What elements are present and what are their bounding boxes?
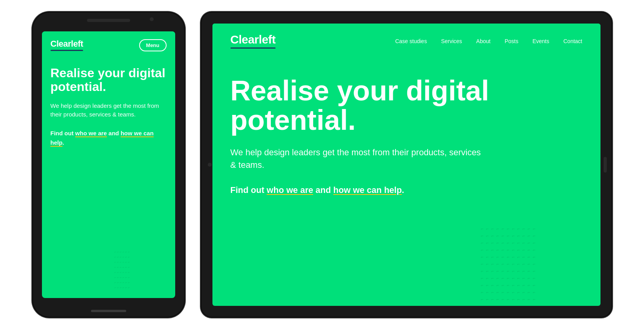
tablet-pattern-overlay: ⌐ ⌐ ⌐ ⌐ ⌐ ⌐ ⌐ ⌐ ⌐ ⌐ ⌐ ⌐ ⌐ ⌐ ⌐ ⌐ ⌐ ⌐ ⌐ ⌐ … — [479, 224, 597, 302]
svg-text:⌐ ⌐ ⌐ ⌐ ⌐ ⌐: ⌐ ⌐ ⌐ ⌐ ⌐ ⌐ — [114, 260, 130, 264]
tablet-screen: Clearleft Case studies Services About Po… — [212, 24, 600, 306]
phone-dot-pattern: // rendered inline below — [112, 110, 175, 157]
svg-text:⌐ ⌐ ⌐ ⌐ ⌐ ⌐: ⌐ ⌐ ⌐ ⌐ ⌐ ⌐ — [114, 250, 130, 254]
phone-cta-suffix: . — [62, 139, 64, 146]
svg-text:⌐ ⌐ ⌐ ⌐ ⌐ ⌐: ⌐ ⌐ ⌐ ⌐ ⌐ ⌐ — [114, 265, 130, 269]
tablet-cta: Find out who we are and how we can help. — [230, 184, 582, 196]
phone-device: Clearleft Menu Realise your digital pote… — [32, 12, 185, 318]
phone-logo-underline — [51, 50, 83, 51]
tablet-who-we-are-link[interactable]: who we are — [267, 185, 313, 195]
nav-services[interactable]: Services — [441, 38, 462, 44]
nav-about[interactable]: About — [476, 38, 491, 44]
phone-heading: Realise your digital potential. — [51, 66, 167, 94]
svg-text:⌐ ⌐ ⌐ ⌐ ⌐ ⌐ ⌐ ⌐ ⌐ ⌐ ⌐: ⌐ ⌐ ⌐ ⌐ ⌐ ⌐ ⌐ ⌐ ⌐ ⌐ ⌐ — [481, 234, 535, 239]
svg-text:⌐ ⌐ ⌐ ⌐ ⌐ ⌐ ⌐ ⌐ ⌐ ⌐ ⌐: ⌐ ⌐ ⌐ ⌐ ⌐ ⌐ ⌐ ⌐ ⌐ ⌐ ⌐ — [481, 269, 535, 274]
svg-text:⌐ ⌐ ⌐ ⌐ ⌐ ⌐ ⌐ ⌐ ⌐ ⌐ ⌐: ⌐ ⌐ ⌐ ⌐ ⌐ ⌐ ⌐ ⌐ ⌐ ⌐ ⌐ — [481, 297, 535, 302]
tablet-logo-underline — [230, 47, 276, 49]
nav-posts[interactable]: Posts — [504, 38, 518, 44]
tablet-camera — [208, 163, 212, 167]
svg-text:⌐ ⌐ ⌐ ⌐ ⌐ ⌐ ⌐ ⌐ ⌐ ⌐ ⌐: ⌐ ⌐ ⌐ ⌐ ⌐ ⌐ ⌐ ⌐ ⌐ ⌐ ⌐ — [481, 248, 535, 253]
tablet-subtext: We help design leaders get the most from… — [230, 146, 481, 171]
phone-screen: Clearleft Menu Realise your digital pote… — [42, 31, 175, 298]
svg-text:⌐ ⌐ ⌐ ⌐ ⌐ ⌐: ⌐ ⌐ ⌐ ⌐ ⌐ ⌐ — [114, 255, 130, 259]
svg-text:⌐ ⌐ ⌐ ⌐ ⌐ ⌐: ⌐ ⌐ ⌐ ⌐ ⌐ ⌐ — [114, 286, 130, 289]
phone-logo: Clearleft — [51, 40, 83, 51]
svg-text:⌐ ⌐ ⌐ ⌐ ⌐ ⌐: ⌐ ⌐ ⌐ ⌐ ⌐ ⌐ — [114, 281, 130, 284]
tablet-home-button — [604, 157, 607, 173]
nav-events[interactable]: Events — [532, 38, 549, 44]
tablet-nav-links: Case studies Services About Posts Events… — [395, 38, 582, 44]
tablet-logo: Clearleft — [230, 34, 276, 49]
phone-menu-button[interactable]: Menu — [139, 39, 167, 51]
tablet-nav: Clearleft Case studies Services About Po… — [212, 24, 600, 56]
tablet-how-we-can-help-link[interactable]: how we can help — [333, 185, 402, 195]
svg-text:⌐ ⌐ ⌐ ⌐ ⌐ ⌐: ⌐ ⌐ ⌐ ⌐ ⌐ ⌐ — [114, 271, 130, 274]
phone-nav: Clearleft Menu — [42, 31, 175, 57]
tablet-cta-prefix: Find out — [230, 185, 267, 195]
tablet-hero: Realise your digital potential. We help … — [212, 56, 600, 216]
nav-case-studies[interactable]: Case studies — [395, 38, 427, 44]
tablet-logo-text: Clearleft — [230, 34, 276, 45]
phone-home-button — [91, 310, 126, 312]
phone-logo-text: Clearleft — [51, 40, 83, 48]
svg-text:⌐ ⌐ ⌐ ⌐ ⌐ ⌐ ⌐ ⌐ ⌐ ⌐ ⌐: ⌐ ⌐ ⌐ ⌐ ⌐ ⌐ ⌐ ⌐ ⌐ ⌐ ⌐ — [481, 283, 535, 288]
tablet-heading: Realise your digital potential. — [230, 76, 505, 135]
phone-cta-prefix: Find out — [51, 130, 75, 136]
svg-text:⌐ ⌐ ⌐ ⌐ ⌐ ⌐: ⌐ ⌐ ⌐ ⌐ ⌐ ⌐ — [114, 276, 130, 279]
svg-text:⌐ ⌐ ⌐ ⌐ ⌐ ⌐ ⌐ ⌐ ⌐ ⌐ ⌐: ⌐ ⌐ ⌐ ⌐ ⌐ ⌐ ⌐ ⌐ ⌐ ⌐ ⌐ — [481, 262, 535, 267]
svg-text:⌐ ⌐ ⌐ ⌐ ⌐ ⌐ ⌐ ⌐ ⌐ ⌐ ⌐: ⌐ ⌐ ⌐ ⌐ ⌐ ⌐ ⌐ ⌐ ⌐ ⌐ ⌐ — [481, 255, 535, 260]
tablet-cta-suffix: . — [402, 185, 404, 195]
svg-text:⌐ ⌐ ⌐ ⌐ ⌐ ⌐ ⌐ ⌐ ⌐ ⌐ ⌐: ⌐ ⌐ ⌐ ⌐ ⌐ ⌐ ⌐ ⌐ ⌐ ⌐ ⌐ — [481, 227, 535, 232]
svg-text:⌐ ⌐ ⌐ ⌐ ⌐ ⌐ ⌐ ⌐ ⌐ ⌐ ⌐: ⌐ ⌐ ⌐ ⌐ ⌐ ⌐ ⌐ ⌐ ⌐ ⌐ ⌐ — [481, 276, 535, 281]
svg-text:⌐ ⌐ ⌐ ⌐ ⌐ ⌐ ⌐ ⌐ ⌐ ⌐ ⌐: ⌐ ⌐ ⌐ ⌐ ⌐ ⌐ ⌐ ⌐ ⌐ ⌐ ⌐ — [481, 241, 535, 246]
tablet-device: Clearleft Case studies Services About Po… — [201, 12, 612, 318]
svg-text:⌐ ⌐ ⌐ ⌐ ⌐ ⌐ ⌐ ⌐ ⌐ ⌐ ⌐: ⌐ ⌐ ⌐ ⌐ ⌐ ⌐ ⌐ ⌐ ⌐ ⌐ ⌐ — [481, 290, 535, 295]
phone-hero: Realise your digital potential. We help … — [42, 57, 175, 157]
tablet-cta-middle: and — [313, 185, 333, 195]
phone-pattern-overlay: ⌐ ⌐ ⌐ ⌐ ⌐ ⌐ ⌐ ⌐ ⌐ ⌐ ⌐ ⌐ ⌐ ⌐ ⌐ ⌐ ⌐ ⌐ ⌐ ⌐ … — [112, 247, 175, 294]
phone-who-we-are-link[interactable]: who we are — [75, 130, 107, 136]
nav-contact[interactable]: Contact — [563, 38, 582, 44]
